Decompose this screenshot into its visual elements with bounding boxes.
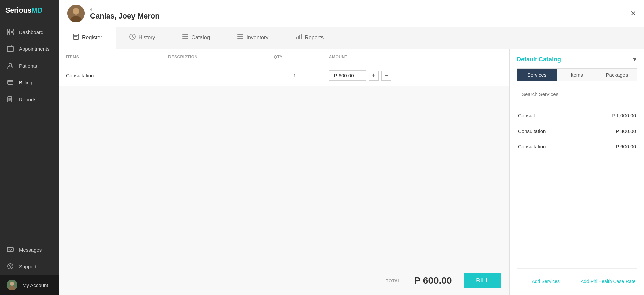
col-description: DESCRIPTION xyxy=(161,49,267,65)
service-item-1[interactable]: Consultation P 800.00 xyxy=(517,123,637,139)
table-header: ITEMS DESCRIPTION QTY AMOUNT xyxy=(59,49,509,65)
svg-rect-29 xyxy=(301,34,302,39)
right-panel: Default Catalog ▼ Services Items Package… xyxy=(509,49,644,295)
patient-name: Canlas, Joey Meron xyxy=(90,12,625,21)
tab-history-label: History xyxy=(139,35,155,41)
sidebar-label-billing: Billing xyxy=(19,80,32,85)
service-price-1: P 800.00 xyxy=(616,128,636,134)
sidebar-nav: Dashboard Appointments Patients Billing … xyxy=(0,21,59,275)
patients-icon xyxy=(7,62,14,69)
search-services-input[interactable] xyxy=(517,87,637,101)
reports-icon xyxy=(7,96,14,103)
close-button[interactable]: × xyxy=(631,9,636,18)
tab-history[interactable]: History xyxy=(116,27,169,49)
service-name-0: Consult xyxy=(518,113,535,118)
svg-rect-1 xyxy=(11,29,13,31)
row-item: Consultation xyxy=(59,65,161,86)
sidebar: SeriousMD Dashboard Appointments Patient… xyxy=(0,0,59,295)
catalog-icon xyxy=(182,33,189,42)
add-philhealth-button[interactable]: Add PhilHealth Case Rate xyxy=(579,274,638,288)
sidebar-item-support[interactable]: Support xyxy=(0,258,59,275)
service-item-2[interactable]: Consultation P 600.00 xyxy=(517,139,637,154)
add-services-button[interactable]: Add Services xyxy=(517,274,575,288)
svg-rect-9 xyxy=(7,247,13,252)
tab-inventory[interactable]: Inventory xyxy=(224,27,282,49)
table-body: Consultation 1 P 600.00 + − xyxy=(59,65,509,86)
total-value: P 600.00 xyxy=(414,275,452,286)
table-wrapper: ITEMS DESCRIPTION QTY AMOUNT Consultatio… xyxy=(59,49,509,266)
tab-register-label: Register xyxy=(82,35,102,41)
patient-info: 4 Canlas, Joey Meron xyxy=(90,7,625,21)
sidebar-item-myaccount[interactable]: My Account xyxy=(0,275,59,295)
logo-serious: Serious xyxy=(5,6,31,14)
logo-text: SeriousMD xyxy=(5,6,42,15)
register-footer: TOTAL P 600.00 BILL xyxy=(59,266,509,295)
svg-rect-4 xyxy=(7,46,13,52)
service-price-0: P 1,000.00 xyxy=(612,113,636,118)
sidebar-item-billing[interactable]: Billing xyxy=(0,74,59,91)
tab-reports[interactable]: Reports xyxy=(282,27,337,49)
inventory-icon xyxy=(237,33,244,42)
svg-rect-25 xyxy=(237,38,243,39)
row-description xyxy=(161,65,267,86)
right-panel-footer: Add Services Add PhilHealth Case Rate xyxy=(517,268,637,288)
my-account-avatar xyxy=(7,280,17,290)
sidebar-label-reports: Reports xyxy=(19,97,37,102)
amount-value: P 600.00 xyxy=(329,70,366,81)
billing-icon xyxy=(7,79,14,86)
svg-point-5 xyxy=(9,63,12,66)
bill-button[interactable]: BILL xyxy=(464,273,501,288)
col-amount: AMOUNT xyxy=(322,49,509,65)
tab-inventory-label: Inventory xyxy=(247,35,269,41)
patient-number: 4 xyxy=(90,7,625,12)
sidebar-item-reports[interactable]: Reports xyxy=(0,91,59,108)
tab-catalog[interactable]: Catalog xyxy=(168,27,223,49)
register-table: ITEMS DESCRIPTION QTY AMOUNT Consultatio… xyxy=(59,49,509,86)
catalog-tab-items[interactable]: Items xyxy=(557,69,597,81)
row-amount: P 600.00 + − xyxy=(322,65,509,86)
svg-rect-22 xyxy=(182,38,188,39)
row-qty: 1 xyxy=(267,65,322,86)
logo: SeriousMD xyxy=(0,0,59,21)
reports-tab-icon xyxy=(295,33,302,42)
tab-reports-label: Reports xyxy=(305,35,324,41)
svg-rect-23 xyxy=(237,34,243,35)
tab-register[interactable]: Register xyxy=(59,27,116,49)
sidebar-item-appointments[interactable]: Appointments xyxy=(0,40,59,57)
main-content: 4 Canlas, Joey Meron × Register History … xyxy=(59,0,644,295)
sidebar-item-messages[interactable]: Messages xyxy=(0,241,59,258)
svg-rect-28 xyxy=(299,35,300,39)
catalog-title: Default Catalog xyxy=(517,56,561,63)
sidebar-label-messages: Messages xyxy=(19,247,42,253)
svg-rect-0 xyxy=(7,29,10,31)
table-row: Consultation 1 P 600.00 + − xyxy=(59,65,509,86)
patient-header: 4 Canlas, Joey Meron × xyxy=(59,0,644,27)
appointments-icon xyxy=(7,45,14,52)
svg-rect-2 xyxy=(7,33,10,35)
tab-catalog-label: Catalog xyxy=(191,35,210,41)
qty-increase-button[interactable]: + xyxy=(369,71,379,81)
sidebar-item-patients[interactable]: Patients xyxy=(0,57,59,74)
qty-decrease-button[interactable]: − xyxy=(381,71,391,81)
svg-point-13 xyxy=(10,282,14,286)
sidebar-label-support: Support xyxy=(19,264,37,269)
svg-point-11 xyxy=(10,267,11,268)
svg-point-16 xyxy=(73,8,79,15)
svg-rect-26 xyxy=(296,37,297,39)
content-area: ITEMS DESCRIPTION QTY AMOUNT Consultatio… xyxy=(59,49,644,295)
catalog-tab-packages[interactable]: Packages xyxy=(597,69,637,81)
svg-rect-21 xyxy=(182,36,188,37)
svg-rect-7 xyxy=(9,83,10,83)
register-area: ITEMS DESCRIPTION QTY AMOUNT Consultatio… xyxy=(59,49,509,295)
col-items: ITEMS xyxy=(59,49,161,65)
service-item-0[interactable]: Consult P 1,000.00 xyxy=(517,108,637,123)
sidebar-label-dashboard: Dashboard xyxy=(19,29,43,35)
service-name-1: Consultation xyxy=(518,128,546,134)
sidebar-item-dashboard[interactable]: Dashboard xyxy=(0,24,59,40)
catalog-tab-services[interactable]: Services xyxy=(517,69,557,81)
catalog-dropdown-arrow[interactable]: ▼ xyxy=(632,57,637,63)
sidebar-label-appointments: Appointments xyxy=(19,46,50,52)
tab-bar: Register History Catalog Inventory Repor… xyxy=(59,27,644,49)
svg-rect-24 xyxy=(237,36,243,37)
catalog-header: Default Catalog ▼ xyxy=(517,56,637,63)
